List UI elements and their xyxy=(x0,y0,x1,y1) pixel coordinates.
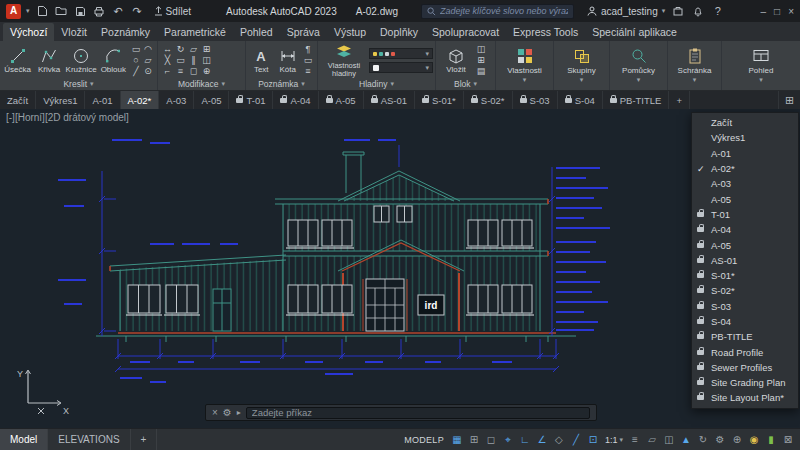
osnap-tracking-icon[interactable]: ╱ xyxy=(569,432,583,447)
autoscale-icon[interactable]: ↻ xyxy=(696,432,710,447)
clean-screen-icon[interactable]: ⊠ xyxy=(781,432,795,447)
ribbon-mini-icon[interactable]: ⊕ xyxy=(203,67,211,76)
model-space-toggle[interactable]: MODELP xyxy=(404,435,444,445)
tab-menu-item[interactable]: ✓Road Profile xyxy=(692,344,798,359)
ribbon-mini-icon[interactable]: ≡ xyxy=(178,67,183,76)
minimize-button[interactable]: – xyxy=(761,6,767,17)
menu-tab[interactable]: Doplňky xyxy=(373,23,425,41)
menu-tab[interactable]: Pohled xyxy=(233,23,280,41)
share-button[interactable]: Sdílet xyxy=(150,6,196,17)
file-tab[interactable]: S-03 xyxy=(513,91,558,109)
recent-commands-icon[interactable]: ▸ xyxy=(237,408,241,417)
autocad-logo-icon[interactable]: A xyxy=(6,4,21,19)
file-tab[interactable]: A-01 xyxy=(85,91,120,109)
command-input[interactable] xyxy=(246,407,590,419)
ribbon-mini-icon[interactable]: ▭ xyxy=(176,56,185,65)
ribbon-mini-icon[interactable]: ↔ xyxy=(163,45,172,54)
layout-tab[interactable]: + xyxy=(131,429,158,450)
new-drawing-icon[interactable] xyxy=(35,4,50,19)
infer-constraints-icon[interactable]: ◻ xyxy=(484,432,498,447)
utilities-button[interactable]: Pomůcky ▾ xyxy=(610,41,667,90)
tab-menu-item[interactable]: ✓A-05 xyxy=(692,237,798,252)
groups-button[interactable]: Skupiny ▾ xyxy=(554,41,609,90)
file-tab[interactable]: A-04 xyxy=(273,91,318,109)
tab-menu-item[interactable]: ✓A-01 xyxy=(692,146,798,161)
panel-label-modify[interactable]: Modifikace▾ xyxy=(158,78,245,90)
panel-label-annotate[interactable]: Poznámka▾ xyxy=(246,78,317,90)
file-tab[interactable]: A-02* xyxy=(121,91,160,109)
file-tab[interactable]: PB-TITLE xyxy=(603,91,670,109)
menu-tab[interactable]: Poznámky xyxy=(94,23,157,41)
file-tab[interactable]: A-05 xyxy=(194,91,229,109)
tab-menu-item[interactable]: ✓Sewer Profiles xyxy=(692,360,798,375)
ribbon-mini-icon[interactable]: ⊞ xyxy=(477,56,485,65)
menu-tab[interactable]: Spolupracovat xyxy=(425,23,506,41)
properties-button[interactable]: Vlastnosti ▾ xyxy=(496,41,553,90)
menu-tab[interactable]: Speciální aplikace xyxy=(585,23,684,41)
ortho-mode-icon[interactable]: ∟ xyxy=(518,432,532,447)
close-icon[interactable]: × xyxy=(212,408,218,418)
circle-tool[interactable]: Kružnice xyxy=(66,47,97,74)
annotation-scale[interactable]: 1:1▾ xyxy=(603,435,625,445)
bell-icon[interactable] xyxy=(690,4,705,19)
annotation-monitor-icon[interactable]: ⊕ xyxy=(730,432,744,447)
drawing-canvas[interactable]: [-][Horní][2D drátový model] xyxy=(0,109,800,428)
close-button[interactable]: × xyxy=(788,6,794,17)
graphics-performance-icon[interactable]: ▮ xyxy=(764,432,778,447)
redo-icon[interactable]: ↷ xyxy=(130,4,145,19)
ribbon-mini-icon[interactable]: ╳ xyxy=(165,56,170,65)
layer-filter-combo[interactable]: ▾ xyxy=(369,62,433,73)
ribbon-mini-icon[interactable]: ◠ xyxy=(144,45,152,54)
ribbon-mini-icon[interactable]: ⌐ xyxy=(165,67,170,76)
help-icon[interactable]: ? xyxy=(710,4,725,19)
ribbon-mini-icon[interactable]: ◫ xyxy=(477,45,486,54)
file-tab[interactable]: A-03 xyxy=(159,91,194,109)
tab-menu-item[interactable]: ✓Site Grading Plan xyxy=(692,375,798,390)
insert-block-tool[interactable]: Vložit xyxy=(439,47,473,74)
isometric-drafting-icon[interactable]: ◇ xyxy=(552,432,566,447)
dimension-tool[interactable]: Kóta xyxy=(276,47,301,74)
ribbon-mini-icon[interactable]: ⊙ xyxy=(144,67,152,76)
polar-tracking-icon[interactable]: ∠ xyxy=(535,432,549,447)
tab-menu-item[interactable]: ✓Výkres1 xyxy=(692,130,798,145)
command-line[interactable]: × ⚙ ▸ xyxy=(205,404,597,421)
clipboard-button[interactable]: Schránka ▾ xyxy=(668,41,721,90)
panel-label-draw[interactable]: Kreslit▾ xyxy=(0,78,157,90)
tab-menu-item[interactable]: ✓T-01 xyxy=(692,207,798,222)
view-button[interactable]: Pohled ▾ xyxy=(722,41,800,90)
ribbon-mini-icon[interactable]: ▱ xyxy=(190,45,197,54)
menu-tab[interactable]: Express Tools xyxy=(506,23,585,41)
ribbon-mini-icon[interactable]: ◻ xyxy=(190,67,197,76)
file-tab[interactable]: A-05 xyxy=(319,91,364,109)
menu-tab[interactable]: Správa xyxy=(280,23,327,41)
ribbon-mini-icon[interactable]: ▱ xyxy=(145,56,152,65)
viewport-controls[interactable]: [-][Horní][2D drátový model] xyxy=(6,112,129,123)
help-search[interactable] xyxy=(421,4,574,19)
file-tab[interactable]: T-01 xyxy=(229,91,273,109)
account-menu[interactable]: acad_testing ▾ xyxy=(587,6,665,17)
text-tool[interactable]: A Text xyxy=(249,47,274,74)
tab-menu-item[interactable]: ✓Site Layout Plan* xyxy=(692,390,798,405)
menu-tab[interactable]: Výstup xyxy=(327,23,373,41)
app-menu-chevron-icon[interactable]: ▾ xyxy=(26,7,30,15)
file-tab[interactable]: S-01* xyxy=(415,91,464,109)
tab-menu-item[interactable]: ✓S-03 xyxy=(692,299,798,314)
arc-tool[interactable]: Oblouk xyxy=(99,47,128,74)
ribbon-mini-icon[interactable]: ⊞ xyxy=(203,45,211,54)
plot-icon[interactable] xyxy=(92,4,107,19)
file-tab[interactable]: S-04 xyxy=(558,91,603,109)
ribbon-mini-icon[interactable]: ∥ xyxy=(191,56,196,65)
grid-icon[interactable]: ▦ xyxy=(450,432,464,447)
search-input[interactable] xyxy=(440,6,568,16)
lineweight-icon[interactable]: ≡ xyxy=(628,432,642,447)
ribbon-mini-icon[interactable]: ¶ xyxy=(306,45,311,54)
object-isolate-icon[interactable]: ◉ xyxy=(747,432,761,447)
file-tab[interactable]: Výkres1 xyxy=(36,91,85,109)
polyline-tool[interactable]: Křivka xyxy=(34,47,63,74)
file-tab[interactable]: Začít xyxy=(0,91,36,109)
tab-overflow-button[interactable]: ⊞ xyxy=(778,91,800,109)
layout-tab[interactable]: Model xyxy=(0,429,48,450)
tab-menu-item[interactable]: ✓A-04 xyxy=(692,222,798,237)
transparency-icon[interactable]: ▱ xyxy=(645,432,659,447)
ribbon-mini-icon[interactable]: ▤ xyxy=(477,67,486,76)
